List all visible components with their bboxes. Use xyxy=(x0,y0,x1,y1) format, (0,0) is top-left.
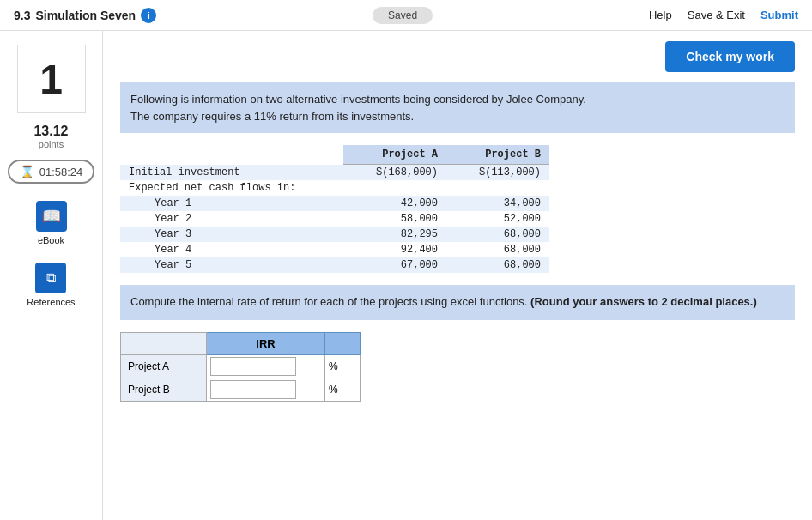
references-button[interactable]: ⧉ References xyxy=(27,263,75,307)
irr-table: IRR Project A%Project B% xyxy=(120,332,361,402)
table-val-a: 58,000 xyxy=(343,211,446,227)
topbar: 9.3 Simulation Seven i Saved Help Save &… xyxy=(0,0,812,31)
col-header-b: Project B xyxy=(446,145,549,165)
timer-value: 01:58:24 xyxy=(39,166,83,178)
table-label-cell: Year 3 xyxy=(120,227,343,242)
irr-input-cell xyxy=(207,378,325,401)
table-row: Year 382,29568,000 xyxy=(120,227,549,242)
timer-box: ⌛ 01:58:24 xyxy=(8,160,95,184)
table-label-cell: Year 1 xyxy=(120,196,343,211)
ebook-label: eBook xyxy=(38,235,64,245)
submit-button[interactable]: Submit xyxy=(760,9,798,21)
ebook-icon: 📖 xyxy=(36,201,67,232)
irr-row: Project A% xyxy=(121,354,361,378)
table-val-a: 92,400 xyxy=(343,242,446,257)
points-label: points xyxy=(33,139,68,149)
table-label-cell: Initial investment xyxy=(120,165,343,181)
saved-badge: Saved xyxy=(373,7,433,24)
check-btn-row: Check my work xyxy=(120,41,795,72)
table-val-b: 52,000 xyxy=(446,211,549,227)
compute-instruction: Compute the internal rate of return for … xyxy=(130,295,527,308)
question-number-box: 1 xyxy=(17,45,86,113)
intro-line1: Following is information on two alternat… xyxy=(130,93,586,106)
irr-row: Project B% xyxy=(121,378,361,401)
help-link[interactable]: Help xyxy=(649,9,672,21)
topbar-title-area: 9.3 Simulation Seven i xyxy=(14,8,156,23)
table-val-a: 67,000 xyxy=(343,257,446,273)
save-exit-button[interactable]: Save & Exit xyxy=(688,9,745,21)
table-row: Year 142,00034,000 xyxy=(120,196,549,211)
table-row: Year 492,40068,000 xyxy=(120,242,549,257)
topbar-center: Saved xyxy=(156,7,649,24)
topbar-title: Simulation Seven xyxy=(35,9,136,22)
table-label-cell: Year 4 xyxy=(120,242,343,257)
table-val-b: 68,000 xyxy=(446,257,549,273)
sidebar: 1 13.12 points ⌛ 01:58:24 📖 eBook ⧉ Refe… xyxy=(0,31,103,520)
table-val-a: 82,295 xyxy=(343,227,446,242)
topbar-right: Help Save & Exit Submit xyxy=(649,9,798,21)
table-val-b: 34,000 xyxy=(446,196,549,211)
table-row: Year 567,00068,000 xyxy=(120,257,549,273)
references-label: References xyxy=(27,297,75,307)
table-val-b: $(113,000) xyxy=(446,165,549,181)
col-header-a: Project A xyxy=(343,145,446,165)
irr-project-label: Project B xyxy=(121,378,207,401)
topbar-prefix: 9.3 xyxy=(14,9,30,22)
question-number: 1 xyxy=(39,56,63,103)
table-val-a: 42,000 xyxy=(343,196,446,211)
table-val-b: 68,000 xyxy=(446,242,549,257)
intro-line2: The company requires a 11% return from i… xyxy=(130,110,414,123)
irr-unit-header xyxy=(325,332,361,354)
table-val-b: 68,000 xyxy=(446,227,549,242)
irr-input-cell xyxy=(207,354,325,378)
irr-input-project-a[interactable] xyxy=(210,357,296,376)
table-row: Year 258,00052,000 xyxy=(120,211,549,227)
ebook-button[interactable]: 📖 eBook xyxy=(36,201,67,245)
irr-input-project-b[interactable] xyxy=(210,380,296,399)
points-display: 13.12 points xyxy=(33,124,68,149)
compute-bold: (Round your answers to 2 decimal places.… xyxy=(530,295,757,308)
references-icon: ⧉ xyxy=(35,263,66,293)
irr-empty-header xyxy=(121,332,207,354)
irr-project-label: Project A xyxy=(121,354,207,378)
table-val-a xyxy=(343,180,446,196)
table-row: Expected net cash flows in: xyxy=(120,180,549,196)
compute-text: Compute the internal rate of return for … xyxy=(120,285,795,320)
table-val-b xyxy=(446,180,549,196)
points-value: 13.12 xyxy=(33,124,68,139)
irr-percent-sign: % xyxy=(325,378,361,401)
intro-text: Following is information on two alternat… xyxy=(120,82,795,133)
irr-percent-sign: % xyxy=(325,354,361,378)
investment-table: Project A Project B Initial investment$(… xyxy=(120,145,549,273)
content-area: Check my work Following is information o… xyxy=(103,31,812,520)
table-label-cell: Year 5 xyxy=(120,257,343,273)
check-my-work-button[interactable]: Check my work xyxy=(665,41,795,72)
irr-header: IRR xyxy=(207,332,325,354)
main-layout: 1 13.12 points ⌛ 01:58:24 📖 eBook ⧉ Refe… xyxy=(0,31,812,520)
info-icon[interactable]: i xyxy=(141,8,156,23)
table-label-cell: Year 2 xyxy=(120,211,343,227)
timer-icon: ⌛ xyxy=(20,165,34,178)
table-label-cell: Expected net cash flows in: xyxy=(120,180,343,196)
table-val-a: $(168,000) xyxy=(343,165,446,181)
table-row: Initial investment$(168,000)$(113,000) xyxy=(120,165,549,181)
data-table-wrap: Project A Project B Initial investment$(… xyxy=(120,145,795,273)
